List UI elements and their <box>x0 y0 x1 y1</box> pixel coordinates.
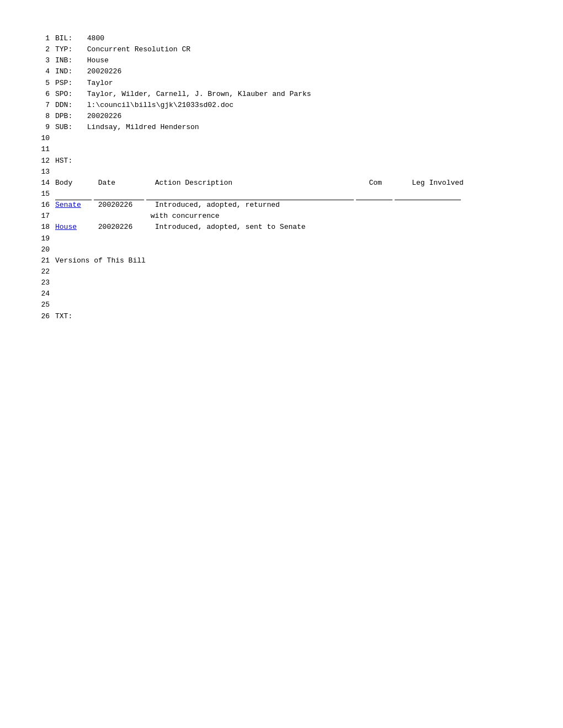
sub-value: Lindsay, Mildred Henderson <box>87 123 199 131</box>
line-24: 24 <box>33 288 530 299</box>
hst-label: HST: <box>55 156 83 167</box>
line-12: 12 HST: <box>33 156 530 167</box>
bil-value: 4800 <box>87 34 104 42</box>
ddn-label: DDN: <box>55 100 83 111</box>
inb-value: House <box>87 56 109 65</box>
house-date: 20020226 <box>98 222 151 233</box>
line-4: 4 IND: 20020226 <box>33 66 530 77</box>
line-25: 25 <box>33 299 530 311</box>
col-header-com: Com <box>369 178 407 189</box>
senate-date: 20020226 <box>98 200 151 211</box>
line-19: 19 <box>33 233 530 244</box>
senate-action-line1: Introduced, adopted, returned <box>155 200 280 211</box>
line-7: 7 DDN: l:\council\bills\gjk\21033sd02.do… <box>33 100 530 111</box>
inb-label: INB: <box>55 55 83 66</box>
sub-label: SUB: <box>55 122 83 133</box>
spo-value: Taylor, Wilder, Carnell, J. Brown, Klaub… <box>87 90 311 98</box>
col-header-body: Body <box>55 178 94 189</box>
line-15-divider: 15 <box>33 189 530 200</box>
typ-value: Concurrent Resolution CR <box>87 45 190 53</box>
line-21-versions: 21 Versions of This Bill <box>33 255 530 266</box>
dpb-label: DPB: <box>55 111 83 122</box>
line-20: 20 <box>33 244 530 255</box>
ind-label: IND: <box>55 66 83 77</box>
line-5: 5 PSP: Taylor <box>33 78 530 89</box>
col-header-date: Date <box>98 178 151 189</box>
typ-label: TYP: <box>55 44 83 55</box>
senate-action-line2: with concurrence <box>151 211 220 222</box>
line-14-header: 14 Body Date Action Description Com Leg … <box>33 178 530 189</box>
line-1: 1 BIL: 4800 <box>33 33 530 44</box>
line-18-house: 18 House 20020226 Introduced, adopted, s… <box>33 222 530 233</box>
line-22: 22 <box>33 266 530 277</box>
col-header-leg: Leg Involved <box>412 178 464 189</box>
line-3: 3 INB: House <box>33 55 530 66</box>
line-16-senate: 16 Senate 20020226 Introduced, adopted, … <box>33 200 530 211</box>
col-header-action: Action Description <box>155 178 365 189</box>
line-11: 11 <box>33 144 530 155</box>
line-17-senate-cont: 17 with concurrence <box>33 211 530 222</box>
line-6: 6 SPO: Taylor, Wilder, Carnell, J. Brown… <box>33 89 530 100</box>
line-23: 23 <box>33 277 530 288</box>
line-10: 10 <box>33 133 530 144</box>
psp-value: Taylor <box>87 79 113 87</box>
ddn-value: l:\council\bills\gjk\21033sd02.doc <box>87 101 233 109</box>
txt-label: TXT: <box>55 311 83 322</box>
dpb-value: 20020226 <box>87 112 121 120</box>
line-2: 2 TYP: Concurrent Resolution CR <box>33 44 530 55</box>
line-13: 13 <box>33 167 530 178</box>
line-8: 8 DPB: 20020226 <box>33 111 530 122</box>
spo-label: SPO: <box>55 89 83 100</box>
psp-label: PSP: <box>55 78 83 89</box>
ind-value: 20020226 <box>87 67 121 76</box>
house-link[interactable]: House <box>55 223 77 231</box>
line-9: 9 SUB: Lindsay, Mildred Henderson <box>33 122 530 133</box>
versions-label: Versions of This Bill <box>55 256 146 265</box>
line-26-txt: 26 TXT: <box>33 311 530 322</box>
bil-label: BIL: <box>55 33 83 44</box>
house-action-line1: Introduced, adopted, sent to Senate <box>155 222 306 233</box>
senate-link[interactable]: Senate <box>55 201 81 209</box>
